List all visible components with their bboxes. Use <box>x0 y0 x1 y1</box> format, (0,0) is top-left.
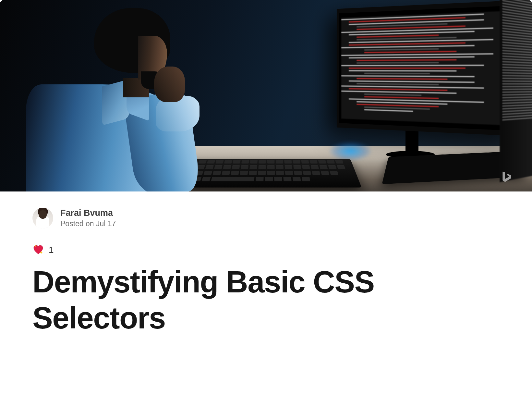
posted-date: Posted on Jul 17 <box>60 219 116 228</box>
person <box>26 3 221 191</box>
reaction-count: 1 <box>49 245 54 255</box>
monitor <box>337 0 522 136</box>
author-row: Farai Bvuma Posted on Jul 17 <box>32 208 500 228</box>
article-card: Farai Bvuma Posted on Jul 17 1 Dem <box>0 0 532 349</box>
article-content: Farai Bvuma Posted on Jul 17 1 Dem <box>0 191 532 349</box>
code-screen <box>341 11 513 126</box>
bing-logo-icon <box>500 170 514 184</box>
avatar[interactable] <box>32 208 53 228</box>
mouse-glow <box>329 141 371 161</box>
article-title: Demystifying Basic CSS Selectors <box>32 264 500 336</box>
author-name-link[interactable]: Farai Bvuma <box>60 208 116 218</box>
heart-sparkle-icon <box>32 244 44 256</box>
author-info: Farai Bvuma Posted on Jul 17 <box>60 208 116 228</box>
side-monitor <box>500 0 532 182</box>
reaction-row[interactable]: 1 <box>32 244 500 256</box>
hero-image <box>0 0 532 191</box>
